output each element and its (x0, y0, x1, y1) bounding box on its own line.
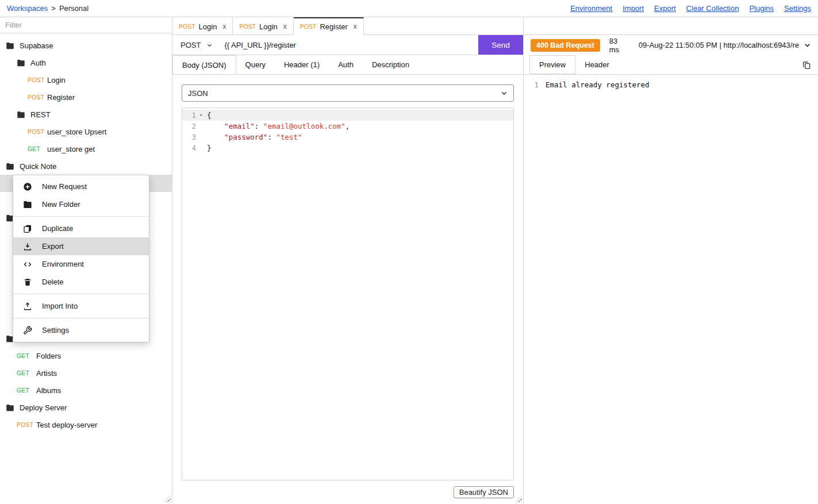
clear-collection-link[interactable]: Clear Collection (686, 4, 739, 13)
topbar-links: Environment Import Export Clear Collecti… (570, 4, 811, 13)
body-type-value: JSON (188, 89, 208, 98)
response-time: 83 ms (609, 37, 629, 54)
sidebar-folder-quick-note[interactable]: Quick Note (0, 157, 172, 175)
export-link[interactable]: Export (654, 4, 676, 13)
sidebar-folder-rest[interactable]: REST (0, 106, 172, 123)
folder-icon (17, 59, 25, 67)
status-badge: 400 Bad Request (531, 39, 600, 52)
tab-body-json[interactable]: Body (JSON) (172, 55, 236, 75)
breadcrumb: Workspaces > Personal (7, 4, 89, 13)
tab-post-register[interactable]: POST Register x (294, 17, 364, 35)
workspace-name: Personal (59, 4, 89, 13)
method-label: POST (28, 76, 47, 83)
sidebar-request-folders[interactable]: GET Folders (0, 347, 172, 364)
beautify-json-button[interactable]: Beautify JSON (454, 486, 514, 498)
menu-item-environment[interactable]: Environment (13, 255, 149, 273)
sidebar-request-albums[interactable]: GET Albums (0, 382, 172, 399)
tab-post-login-2[interactable]: POST Login x (233, 17, 293, 35)
tab-description[interactable]: Description (363, 55, 418, 75)
body-type-select[interactable]: JSON (182, 84, 514, 102)
menu-item-delete[interactable]: Delete (13, 273, 149, 291)
close-icon[interactable]: x (222, 22, 226, 30)
request-tabbar: POST Login x POST Login x POST Register … (172, 17, 523, 35)
response-panel: 400 Bad Request 83 ms 09-Aug-22 11:50:05… (524, 17, 818, 503)
chevron-down-icon (501, 90, 508, 97)
code-icon (23, 260, 32, 269)
copy-response-button[interactable] (802, 55, 818, 74)
folder-label: REST (30, 110, 51, 119)
method-select[interactable]: POST (172, 35, 221, 55)
json-body-editor[interactable]: 1 ▾ { 2 "email": "email@outlook.com", 3 … (182, 107, 514, 480)
section-tabs-filler (418, 55, 523, 75)
menu-item-import-into[interactable]: Import Into (13, 297, 149, 315)
method-label: GET (17, 352, 36, 359)
sidebar-request-user-store-upsert[interactable]: POST user_store Upsert (0, 123, 172, 140)
folder-label: Deploy Server (20, 403, 67, 412)
request-label: Login (47, 76, 66, 84)
method-label: GET (28, 145, 47, 152)
sidebar-request-login[interactable]: POST Login (0, 71, 172, 89)
tab-name-label: Register (320, 22, 347, 31)
tab-query[interactable]: Query (236, 55, 275, 75)
tabbar-filler (364, 17, 523, 35)
folder-icon (6, 162, 14, 171)
editor-footer: Beautify JSON (172, 480, 523, 503)
settings-link[interactable]: Settings (784, 4, 811, 13)
environment-link[interactable]: Environment (570, 4, 612, 13)
response-history[interactable]: 09-Aug-22 11:50:05 PM | http://localhost… (639, 41, 811, 49)
tab-auth[interactable]: Auth (329, 55, 363, 75)
duplicate-icon (23, 224, 32, 233)
menu-item-label: Duplicate (42, 224, 73, 233)
line-number: 2 (182, 121, 199, 132)
sidebar-request-register[interactable]: POST Register (0, 89, 172, 106)
folder-icon (17, 110, 25, 119)
request-section-tabs: Body (JSON) Query Header (1) Auth Descri… (172, 55, 523, 75)
circle-plus-icon (23, 182, 32, 191)
menu-item-export[interactable]: Export (13, 237, 149, 255)
folder-label: Quick Note (20, 162, 56, 171)
sidebar-folder-supabase[interactable]: Supabase (0, 37, 172, 54)
method-label: POST (17, 421, 36, 428)
close-icon[interactable]: x (354, 22, 357, 30)
url-input[interactable] (221, 35, 478, 55)
request-label: Albums (36, 386, 61, 395)
menu-item-label: Import Into (42, 302, 78, 310)
chevron-down-icon[interactable] (804, 41, 811, 49)
menu-item-new-request[interactable]: New Request (13, 178, 149, 195)
plugins-link[interactable]: Plugins (749, 4, 774, 13)
tab-preview[interactable]: Preview (529, 55, 575, 74)
response-body: 1 Email already registered (524, 75, 818, 95)
tab-method-label: POST (239, 23, 256, 30)
fold-arrow-icon[interactable]: ▾ (199, 110, 207, 121)
editor-line-2: 2 "email": "email@outlook.com", (182, 121, 513, 132)
send-button[interactable]: Send (478, 35, 523, 55)
menu-item-duplicate[interactable]: Duplicate (13, 220, 149, 237)
sidebar-request-test-deploy-server[interactable]: POST Test deploy-server (0, 416, 172, 433)
request-label: Artists (36, 369, 57, 378)
workspaces-link[interactable]: Workspaces (7, 4, 48, 13)
tab-method-label: POST (179, 23, 195, 30)
tab-header[interactable]: Header (1) (275, 55, 329, 75)
tab-response-header[interactable]: Header (575, 55, 619, 74)
sidebar-folder-auth[interactable]: Auth (0, 54, 172, 71)
menu-item-new-folder[interactable]: New Folder (13, 195, 149, 213)
filter-input[interactable] (0, 17, 172, 33)
close-icon[interactable]: x (283, 22, 287, 30)
import-link[interactable]: Import (623, 4, 644, 13)
request-bar: POST Send (172, 35, 523, 55)
menu-separator (13, 318, 149, 318)
topbar: Workspaces > Personal Environment Import… (0, 0, 818, 17)
menu-item-label: Export (42, 242, 64, 251)
folder-icon (23, 200, 32, 209)
menu-item-label: Settings (42, 326, 69, 334)
sidebar-folder-deploy-server[interactable]: Deploy Server (0, 399, 172, 416)
sidebar-request-artists[interactable]: GET Artists (0, 364, 172, 382)
menu-separator (13, 294, 149, 294)
tab-post-login-1[interactable]: POST Login x (172, 17, 233, 35)
editor-line-4: 4 } (182, 143, 513, 153)
sidebar-request-user-store-get[interactable]: GET user_store get (0, 140, 172, 157)
context-menu: New Request New Folder Duplicate Export … (13, 175, 149, 343)
menu-item-settings[interactable]: Settings (13, 321, 149, 339)
request-label: Register (47, 93, 75, 102)
response-text: Email already registered (546, 79, 650, 90)
